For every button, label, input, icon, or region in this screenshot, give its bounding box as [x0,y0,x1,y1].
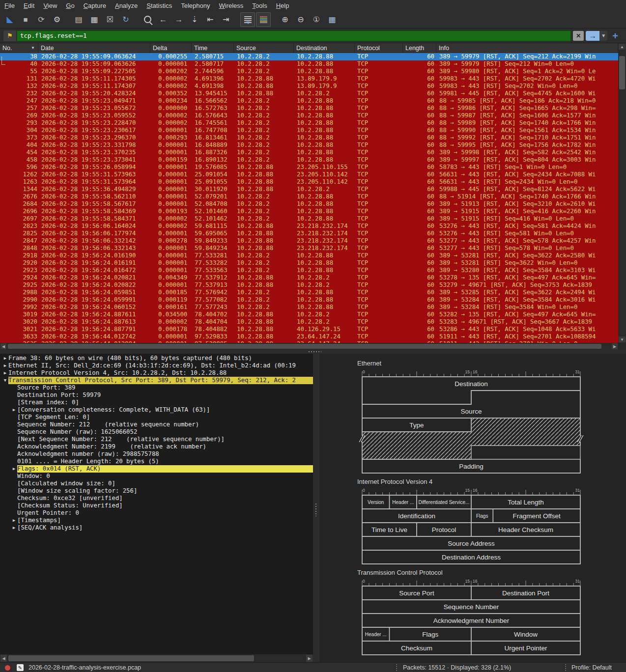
save-file-icon[interactable]: ▦ [87,12,102,27]
detail-item[interactable]: Sequence Number (raw): 1625066052 [0,428,313,436]
capture-options-icon[interactable]: ⚙ [50,12,64,27]
packet-row[interactable]: 29182026-02-28 19:56:24.0161900.00000177… [0,252,618,259]
expand-icon[interactable]: ▶ [11,517,17,524]
packet-row[interactable]: 382026-02-28 19:55:09.0636240.0002552.58… [0,53,618,60]
packet-row[interactable]: 30192026-02-28 19:56:24.8876110.03450078… [0,311,618,318]
packet-row[interactable]: 402026-02-28 19:55:09.0636260.0000012.58… [0,60,618,68]
detail-item[interactable]: Checksum: 0xce32 [unverified] [0,495,313,502]
resize-columns-icon[interactable]: ▦ [325,12,340,27]
packet-row[interactable]: 3042026-02-28 19:55:23.2306170.00000116.… [0,127,618,134]
horizontal-pane-splitter[interactable] [0,350,626,354]
packet-row[interactable]: 552026-02-28 19:55:09.2275050.0002022.74… [0,68,618,75]
packet-row[interactable]: 26762026-02-28 19:55:58.5621100.00000152… [0,193,618,200]
stop-capture-icon[interactable]: ■ [18,12,33,27]
detail-item[interactable]: Source Port: 389 [0,384,313,392]
scroll-up-icon[interactable]: ▲ [618,43,626,50]
detail-item[interactable]: ▶[Timestamps] [0,517,313,524]
menu-statistics[interactable]: Statistics [142,1,176,10]
display-filter-input[interactable] [17,30,571,41]
menu-analyze[interactable]: Analyze [111,1,142,10]
go-to-packet-icon[interactable]: ⇣ [187,12,202,27]
column-header-length[interactable]: Length [403,43,436,53]
close-file-icon[interactable]: ☒ [103,12,117,27]
menu-edit[interactable]: Edit [19,1,39,10]
packet-row[interactable]: 26842026-02-28 19:55:58.5676170.00000152… [0,200,618,208]
filter-dropdown-icon[interactable]: ▼ [599,31,607,41]
packet-row[interactable]: 29252026-02-28 19:56:24.0208220.00000177… [0,281,618,289]
detail-item[interactable]: ▶Flags: 0x014 (RST, ACK) [0,465,313,473]
column-header-no[interactable]: No.▼ [0,43,38,53]
packet-row[interactable]: 29922026-02-28 19:56:24.0601520.00016177… [0,304,618,311]
detail-item[interactable]: [Calculated window size: 0] [0,480,313,487]
menu-tools[interactable]: Tools [248,1,271,10]
packet-row[interactable]: 28482026-02-28 19:56:06.3321430.00000159… [0,245,618,252]
tcp-diagram[interactable]: 0151631Source PortDestination PortSequen… [358,578,584,656]
detail-item[interactable]: ▶Internet Protocol Version 4, Src: 10.2.… [0,369,313,377]
packet-row[interactable]: 2692026-02-28 19:55:23.0595520.00000216.… [0,112,618,119]
ethernet-diagram[interactable]: 0151631DestinationSourceTypePadding [358,369,584,474]
packet-row[interactable]: 12632026-02-28 19:55:31.5739640.00000125… [0,178,618,186]
detail-item[interactable]: Acknowledgment number (raw): 2988575788 [0,450,313,458]
packet-row[interactable]: 29242026-02-28 19:56:24.0208210.00434977… [0,274,618,281]
menu-go[interactable]: Go [61,1,79,10]
detail-item[interactable]: ▶Frame 38: 60 bytes on wire (480 bits), … [0,355,313,362]
column-header-time[interactable]: Time [192,43,234,53]
filter-clear-icon[interactable]: ✕ [573,31,584,41]
detail-item[interactable]: ▶[Conversation completeness: Complete, W… [0,406,313,414]
packet-row[interactable]: 26962026-02-28 19:55:58.5843690.00019352… [0,208,618,215]
scrollbar-thumb[interactable] [8,344,601,349]
zoom-in-icon[interactable]: ⊕ [278,12,292,27]
packet-row[interactable]: 36332026-02-28 19:56:44.0127420.00000197… [0,333,618,340]
packet-row[interactable]: 13442026-02-28 19:55:36.4948290.00000130… [0,186,618,193]
auto-scroll-icon[interactable] [240,12,255,27]
colorize-packets-icon[interactable] [256,12,271,27]
detail-item[interactable]: [Stream index: 0] [0,399,313,406]
filter-apply-icon[interactable]: → [586,31,599,41]
expand-icon[interactable]: ▶ [2,369,8,377]
detail-item[interactable]: [Checksum Status: Unverified] [0,502,313,509]
expand-icon[interactable]: ▶ [2,362,8,369]
packet-list-horizontal-scrollbar[interactable]: ◀ ▶ [0,343,618,350]
packet-row[interactable]: 5962026-02-28 19:55:26.0589940.00000119.… [0,164,618,171]
packet-row[interactable]: 1312026-02-28 19:55:11.1743050.0000024.6… [0,75,618,83]
expand-icon[interactable]: ▶ [11,524,17,532]
packet-row[interactable]: 2572026-02-28 19:55:23.0556720.00000016.… [0,105,618,112]
reload-file-icon[interactable]: ↻ [118,12,133,27]
menu-view[interactable]: View [39,1,61,10]
scroll-down-icon[interactable]: ▼ [618,336,626,343]
packet-row[interactable]: 3732026-02-28 19:55:23.2963700.00029316.… [0,134,618,141]
expand-icon[interactable]: ▶ [2,355,8,362]
scroll-right-icon[interactable]: ▶ [306,654,313,662]
capture-comment-icon[interactable]: ✎ [17,664,24,671]
find-packet-icon[interactable] [140,12,155,27]
column-header-source[interactable]: Source [234,43,294,53]
packet-row[interactable]: 29882026-02-28 19:56:24.0598510.00018577… [0,289,618,296]
detail-item[interactable]: Sequence Number: 212 (relative sequence … [0,421,313,428]
detail-item[interactable]: ▼Transmission Control Protocol, Src Port… [0,377,313,384]
packet-row[interactable]: 2932026-02-28 19:55:23.2284700.00000216.… [0,119,618,127]
go-first-packet-icon[interactable]: ⇤ [203,12,218,27]
detail-item[interactable]: Window: 0 [0,473,313,480]
go-back-icon[interactable]: ← [156,12,171,27]
menu-wireless[interactable]: Wireless [215,1,248,10]
details-horizontal-scrollbar[interactable]: ◀ ▶ [0,654,313,662]
detail-item[interactable]: [TCP Segment Len: 0] [0,414,313,421]
column-header-date[interactable]: Date [38,43,150,53]
detail-item[interactable]: Destination Port: 59979 [0,392,313,399]
collapse-icon[interactable]: ▼ [2,377,8,384]
expand-icon[interactable]: ▶ [11,465,17,473]
packet-row[interactable]: 29202026-02-28 19:56:24.0161910.00000177… [0,259,618,267]
scrollbar-thumb[interactable] [8,655,254,661]
packet-row[interactable]: 30202026-02-28 19:56:24.8876130.00000278… [0,318,618,326]
packet-row[interactable]: 30212026-02-28 19:56:24.8877910.00017878… [0,326,618,333]
scroll-right-icon[interactable]: ▶ [611,343,618,350]
profile-indicator[interactable]: Profile: Default [571,664,612,672]
packet-row[interactable]: 28232026-02-28 19:56:06.1640240.00000259… [0,223,618,230]
column-header-delta[interactable]: Delta [150,43,192,53]
packet-row[interactable]: 2322026-02-28 19:55:20.4283240.00035213.… [0,90,618,97]
expand-icon[interactable]: ▶ [11,406,17,414]
detail-item[interactable]: 0101 .... = Header Length: 20 bytes (5) [0,458,313,465]
menu-file[interactable]: File [0,1,19,10]
scroll-left-icon[interactable]: ◀ [0,343,7,350]
packet-row[interactable]: 29232026-02-28 19:56:24.0164720.00000177… [0,267,618,274]
